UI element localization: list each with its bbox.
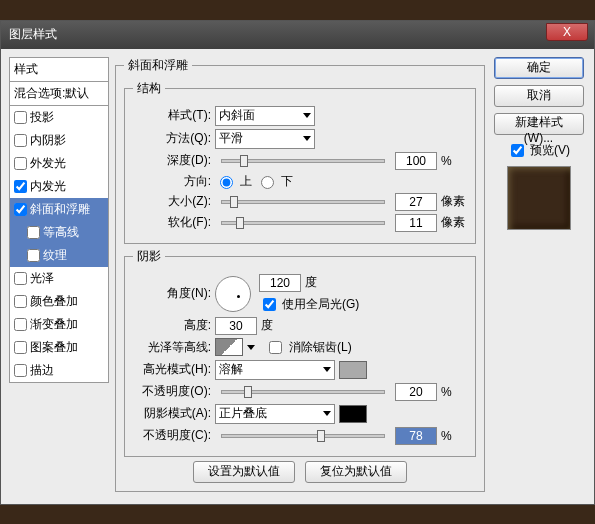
blend-options-row[interactable]: 混合选项:默认 — [9, 82, 109, 106]
style-label: 样式(T): — [133, 107, 211, 124]
highlight-mode-select[interactable]: 溶解 — [215, 360, 335, 380]
deg-unit: 度 — [261, 317, 273, 334]
layer-style-dialog: 图层样式 X 样式 混合选项:默认 投影内阴影外发光内发光斜面和浮雕等高线纹理光… — [0, 20, 595, 505]
px-unit: 像素 — [441, 193, 467, 210]
style-row-斜面和浮雕[interactable]: 斜面和浮雕 — [10, 198, 108, 221]
style-label: 外发光 — [30, 155, 66, 172]
new-style-button[interactable]: 新建样式(W)... — [494, 113, 584, 135]
style-label: 等高线 — [43, 224, 79, 241]
style-checkbox[interactable] — [14, 180, 27, 193]
highlight-opacity-input[interactable]: 20 — [395, 383, 437, 401]
technique-select[interactable]: 平滑 — [215, 129, 315, 149]
style-row-光泽[interactable]: 光泽 — [10, 267, 108, 290]
style-checkbox[interactable] — [14, 203, 27, 216]
style-label: 光泽 — [30, 270, 54, 287]
main-group: 斜面和浮雕 结构 样式(T): 内斜面 方法(Q): 平滑 深度(D): 100 — [115, 57, 485, 492]
ok-button[interactable]: 确定 — [494, 57, 584, 79]
shadow-color-swatch[interactable] — [339, 405, 367, 423]
chevron-down-icon — [303, 136, 311, 141]
preview-checkbox[interactable] — [511, 144, 524, 157]
style-row-内阴影[interactable]: 内阴影 — [10, 129, 108, 152]
style-label: 斜面和浮雕 — [30, 201, 90, 218]
shading-legend: 阴影 — [133, 248, 165, 265]
highlight-opacity-slider[interactable] — [221, 390, 385, 394]
soften-slider[interactable] — [221, 221, 385, 225]
style-row-内发光[interactable]: 内发光 — [10, 175, 108, 198]
style-row-颜色叠加[interactable]: 颜色叠加 — [10, 290, 108, 313]
style-checkbox[interactable] — [14, 341, 27, 354]
altitude-input[interactable]: 30 — [215, 317, 257, 335]
highlight-mode-label: 高光模式(H): — [133, 361, 211, 378]
shadow-opacity-slider[interactable] — [221, 434, 385, 438]
style-row-纹理[interactable]: 纹理 — [10, 244, 108, 267]
cancel-button[interactable]: 取消 — [494, 85, 584, 107]
window-title: 图层样式 — [9, 26, 57, 43]
style-list-panel: 样式 混合选项:默认 投影内阴影外发光内发光斜面和浮雕等高线纹理光泽颜色叠加渐变… — [9, 57, 109, 496]
shadow-opacity-input[interactable]: 78 — [395, 427, 437, 445]
technique-label: 方法(Q): — [133, 130, 211, 147]
style-label: 内发光 — [30, 178, 66, 195]
size-input[interactable]: 27 — [395, 193, 437, 211]
style-row-描边[interactable]: 描边 — [10, 359, 108, 382]
depth-input[interactable]: 100 — [395, 152, 437, 170]
close-button[interactable]: X — [546, 23, 588, 41]
style-checkbox[interactable] — [14, 111, 27, 124]
soften-label: 软化(F): — [133, 214, 211, 231]
px-unit: 像素 — [441, 214, 467, 231]
preview-swatch — [507, 166, 571, 230]
direction-down-radio[interactable] — [261, 176, 274, 189]
style-row-投影[interactable]: 投影 — [10, 106, 108, 129]
soften-input[interactable]: 11 — [395, 214, 437, 232]
settings-panel: 斜面和浮雕 结构 样式(T): 内斜面 方法(Q): 平滑 深度(D): 100 — [115, 57, 485, 496]
titlebar[interactable]: 图层样式 X — [1, 21, 594, 49]
antialias-label: 消除锯齿(L) — [289, 339, 352, 356]
style-checkbox[interactable] — [14, 157, 27, 170]
global-light-label: 使用全局光(G) — [282, 296, 359, 313]
angle-input[interactable]: 120 — [259, 274, 301, 292]
angle-label: 角度(N): — [133, 285, 211, 302]
shadow-opacity-label: 不透明度(C): — [133, 427, 211, 444]
direction-up-radio[interactable] — [220, 176, 233, 189]
highlight-color-swatch[interactable] — [339, 361, 367, 379]
right-panel: 确定 取消 新建样式(W)... 预览(V) — [491, 57, 586, 496]
gloss-contour-label: 光泽等高线: — [133, 339, 211, 356]
angle-dial[interactable] — [215, 276, 251, 312]
style-checkbox[interactable] — [14, 295, 27, 308]
style-select[interactable]: 内斜面 — [215, 106, 315, 126]
style-label: 图案叠加 — [30, 339, 78, 356]
shadow-mode-select[interactable]: 正片叠底 — [215, 404, 335, 424]
style-checkbox[interactable] — [14, 134, 27, 147]
close-icon: X — [563, 25, 571, 39]
style-row-图案叠加[interactable]: 图案叠加 — [10, 336, 108, 359]
style-row-等高线[interactable]: 等高线 — [10, 221, 108, 244]
style-label: 内阴影 — [30, 132, 66, 149]
shading-group: 阴影 角度(N): 120 度 使用全局光(G) — [124, 248, 476, 457]
chevron-down-icon[interactable] — [247, 345, 255, 350]
style-checkbox[interactable] — [14, 272, 27, 285]
chevron-down-icon — [323, 367, 331, 372]
altitude-label: 高度: — [133, 317, 211, 334]
shadow-mode-label: 阴影模式(A): — [133, 405, 211, 422]
depth-slider[interactable] — [221, 159, 385, 163]
style-list-header[interactable]: 样式 — [9, 57, 109, 82]
antialias-checkbox[interactable] — [269, 341, 282, 354]
reset-default-button[interactable]: 复位为默认值 — [305, 461, 407, 483]
deg-unit: 度 — [305, 274, 317, 291]
style-row-外发光[interactable]: 外发光 — [10, 152, 108, 175]
style-checkbox[interactable] — [14, 318, 27, 331]
style-label: 投影 — [30, 109, 54, 126]
style-checkbox[interactable] — [27, 249, 40, 262]
style-row-渐变叠加[interactable]: 渐变叠加 — [10, 313, 108, 336]
structure-group: 结构 样式(T): 内斜面 方法(Q): 平滑 深度(D): 100 % — [124, 80, 476, 244]
global-light-checkbox[interactable] — [263, 298, 276, 311]
direction-label: 方向: — [133, 173, 211, 190]
pct-unit: % — [441, 154, 467, 168]
make-default-button[interactable]: 设置为默认值 — [193, 461, 295, 483]
style-checkbox[interactable] — [14, 364, 27, 377]
chevron-down-icon — [323, 411, 331, 416]
style-checkbox[interactable] — [27, 226, 40, 239]
size-slider[interactable] — [221, 200, 385, 204]
depth-label: 深度(D): — [133, 152, 211, 169]
style-label: 纹理 — [43, 247, 67, 264]
gloss-contour-picker[interactable] — [215, 338, 243, 356]
